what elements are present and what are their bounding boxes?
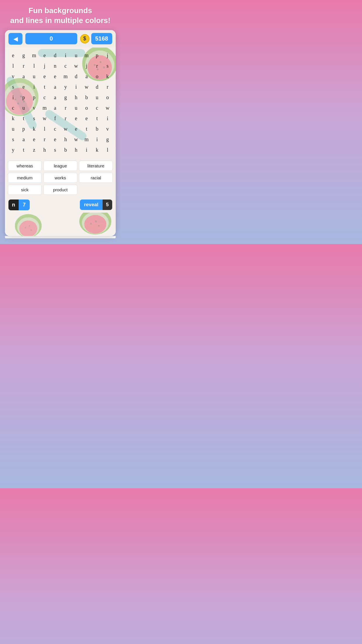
back-button[interactable] xyxy=(8,33,22,45)
grid-cell-37[interactable]: w xyxy=(81,82,92,92)
grid-cell-85[interactable]: h xyxy=(60,134,71,145)
reveal-box[interactable]: reveal 5 xyxy=(80,200,112,210)
grid-cell-43[interactable]: c xyxy=(39,92,50,103)
grid-cell-14[interactable]: n xyxy=(50,61,60,71)
grid-cell-28[interactable]: o xyxy=(92,71,102,82)
grid-cell-0[interactable]: e xyxy=(8,50,18,61)
grid-cell-7[interactable]: m xyxy=(81,50,92,61)
grid-cell-49[interactable]: o xyxy=(102,92,113,103)
grid-cell-81[interactable]: a xyxy=(18,134,29,145)
grid-cell-2[interactable]: m xyxy=(29,50,39,61)
grid-cell-45[interactable]: g xyxy=(60,92,71,103)
grid-cell-93[interactable]: h xyxy=(39,145,50,155)
reveal-button[interactable]: reveal xyxy=(80,200,102,210)
grid-cell-72[interactable]: k xyxy=(29,124,39,134)
grid-cell-48[interactable]: u xyxy=(92,92,102,103)
grid-cell-64[interactable]: f xyxy=(50,113,60,124)
grid-cell-20[interactable]: v xyxy=(8,71,18,82)
grid-cell-63[interactable]: w xyxy=(39,113,50,124)
grid-cell-8[interactable]: p xyxy=(92,50,102,61)
grid-cell-34[interactable]: a xyxy=(50,82,60,92)
grid-cell-77[interactable]: t xyxy=(81,124,92,134)
grid-cell-66[interactable]: e xyxy=(71,113,81,124)
grid-cell-53[interactable]: m xyxy=(39,103,50,113)
grid-cell-95[interactable]: b xyxy=(60,145,71,155)
grid-cell-18[interactable]: r xyxy=(92,61,102,71)
grid-cell-60[interactable]: k xyxy=(8,113,18,124)
grid-cell-11[interactable]: r xyxy=(18,61,29,71)
grid-cell-47[interactable]: b xyxy=(81,92,92,103)
grid-cell-13[interactable]: j xyxy=(39,61,50,71)
grid-cell-71[interactable]: p xyxy=(18,124,29,134)
grid-cell-98[interactable]: k xyxy=(92,145,102,155)
grid-cell-92[interactable]: z xyxy=(29,145,39,155)
grid-cell-58[interactable]: c xyxy=(92,103,102,113)
grid-cell-19[interactable]: s xyxy=(102,61,113,71)
grid-cell-46[interactable]: h xyxy=(71,92,81,103)
grid-cell-74[interactable]: c xyxy=(50,124,60,134)
grid-cell-52[interactable]: v xyxy=(29,103,39,113)
grid-cell-67[interactable]: e xyxy=(81,113,92,124)
grid-cell-90[interactable]: y xyxy=(8,145,18,155)
grid-cell-73[interactable]: l xyxy=(39,124,50,134)
grid-cell-65[interactable]: r xyxy=(60,113,71,124)
grid-cell-4[interactable]: d xyxy=(50,50,60,61)
grid-cell-12[interactable]: l xyxy=(29,61,39,71)
grid-cell-41[interactable]: p xyxy=(18,92,29,103)
grid-cell-88[interactable]: i xyxy=(92,134,102,145)
grid-cell-57[interactable]: o xyxy=(81,103,92,113)
grid-cell-79[interactable]: v xyxy=(102,124,113,134)
grid-cell-94[interactable]: s xyxy=(50,145,60,155)
grid-cell-89[interactable]: g xyxy=(102,134,113,145)
grid-cell-31[interactable]: e xyxy=(18,82,29,92)
grid-cell-76[interactable]: e xyxy=(71,124,81,134)
grid-cell-15[interactable]: c xyxy=(60,61,71,71)
grid-cell-27[interactable]: a xyxy=(81,71,92,82)
grid-cell-78[interactable]: b xyxy=(92,124,102,134)
grid-cell-87[interactable]: m xyxy=(81,134,92,145)
grid-cell-69[interactable]: i xyxy=(102,113,113,124)
grid-cell-62[interactable]: s xyxy=(29,113,39,124)
grid-cell-40[interactable]: i xyxy=(8,92,18,103)
grid-cell-6[interactable]: u xyxy=(71,50,81,61)
grid-cell-55[interactable]: r xyxy=(60,103,71,113)
grid-cell-33[interactable]: t xyxy=(39,82,50,92)
grid-cell-39[interactable]: r xyxy=(102,82,113,92)
grid-cell-61[interactable]: t xyxy=(18,113,29,124)
grid-cell-59[interactable]: w xyxy=(102,103,113,113)
grid-cell-3[interactable]: e xyxy=(39,50,50,61)
grid-cell-75[interactable]: w xyxy=(60,124,71,134)
grid-cell-96[interactable]: h xyxy=(71,145,81,155)
grid-cell-35[interactable]: y xyxy=(60,82,71,92)
grid-cell-22[interactable]: u xyxy=(29,71,39,82)
grid-cell-29[interactable]: k xyxy=(102,71,113,82)
grid-cell-82[interactable]: e xyxy=(29,134,39,145)
grid-cell-36[interactable]: i xyxy=(71,82,81,92)
grid-cell-70[interactable]: u xyxy=(8,124,18,134)
grid-cell-16[interactable]: w xyxy=(71,61,81,71)
grid-cell-10[interactable]: l xyxy=(8,61,18,71)
grid-cell-97[interactable]: i xyxy=(81,145,92,155)
grid-cell-1[interactable]: g xyxy=(18,50,29,61)
grid-cell-56[interactable]: u xyxy=(71,103,81,113)
grid-cell-24[interactable]: e xyxy=(50,71,60,82)
grid-cell-38[interactable]: d xyxy=(92,82,102,92)
grid-cell-54[interactable]: a xyxy=(50,103,60,113)
grid-cell-83[interactable]: r xyxy=(39,134,50,145)
grid-cell-44[interactable]: a xyxy=(50,92,60,103)
grid-cell-9[interactable]: j xyxy=(102,50,113,61)
grid-cell-50[interactable]: c xyxy=(8,103,18,113)
grid-cell-25[interactable]: m xyxy=(60,71,71,82)
grid-cell-86[interactable]: w xyxy=(71,134,81,145)
grid-cell-21[interactable]: a xyxy=(18,71,29,82)
grid-cell-5[interactable]: i xyxy=(60,50,71,61)
grid-cell-51[interactable]: u xyxy=(18,103,29,113)
grid-cell-84[interactable]: e xyxy=(50,134,60,145)
grid-cell-91[interactable]: t xyxy=(18,145,29,155)
grid-cell-23[interactable]: e xyxy=(39,71,50,82)
grid-cell-30[interactable]: s xyxy=(8,82,18,92)
hint-box[interactable]: n 7 xyxy=(8,200,30,210)
grid-cell-68[interactable]: t xyxy=(92,113,102,124)
grid-cell-17[interactable]: j xyxy=(81,61,92,71)
grid-cell-32[interactable]: i xyxy=(29,82,39,92)
